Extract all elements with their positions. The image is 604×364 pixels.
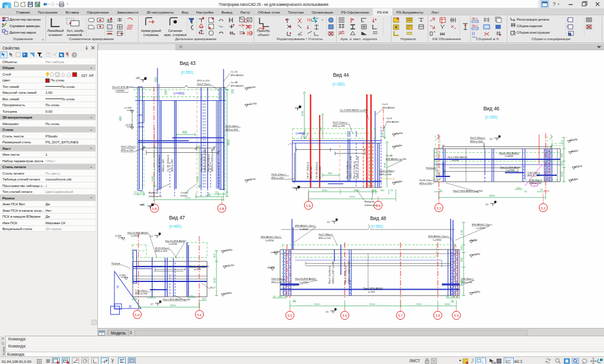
svg-text:1800: 1800 bbox=[353, 189, 359, 192]
svg-text:Вид 43: Вид 43 bbox=[179, 60, 195, 66]
svg-text:5.1: 5.1 bbox=[436, 206, 441, 210]
svg-text:Выпуски: Выпуски bbox=[365, 200, 375, 203]
svg-text:Арматурный: Арматурный bbox=[141, 28, 162, 32]
svg-text:3400: 3400 bbox=[170, 304, 176, 307]
svg-text:15: 15 bbox=[485, 203, 488, 206]
svg-text:230: 230 bbox=[164, 90, 168, 95]
svg-text:Поз.26 Ø16 А500С: Поз.26 Ø16 А500С bbox=[295, 277, 316, 280]
svg-text:5.9: 5.9 bbox=[454, 314, 459, 317]
svg-text:Ø15 А500С: Ø15 А500С bbox=[231, 84, 244, 87]
svg-text:Вид 47: Вид 47 bbox=[169, 215, 185, 221]
svg-text:(t=350): (t=350) bbox=[333, 82, 345, 87]
svg-text:Ø16 ш.110: Ø16 ш.110 bbox=[155, 250, 168, 252]
svg-text:3х12: 3х12 bbox=[544, 189, 550, 192]
svg-text:50: 50 bbox=[439, 189, 442, 192]
svg-text:Ø16 ш.100: Ø16 ш.100 bbox=[225, 128, 238, 131]
svg-text:3750: 3750 bbox=[349, 195, 355, 198]
svg-text:Ø16 А500С: Ø16 А500С bbox=[382, 106, 395, 109]
svg-text:Поз.38 (2х3шт.): Поз.38 (2х3шт.) bbox=[207, 154, 210, 172]
svg-text:55: 55 bbox=[134, 191, 137, 194]
svg-text:элемента: элемента bbox=[67, 32, 83, 37]
svg-text:Сн-16 (2х3шт.): Сн-16 (2х3шт.) bbox=[166, 155, 169, 172]
svg-text:Поз.38 (2х3шт.): Поз.38 (2х3шт.) bbox=[200, 154, 203, 172]
svg-text:L=3030: L=3030 bbox=[477, 227, 485, 229]
svg-text:5.В: 5.В bbox=[219, 207, 224, 211]
svg-text:Пч11 (4шт.): Пч11 (4шт.) bbox=[225, 124, 239, 127]
svg-text:объект: объект bbox=[258, 32, 270, 37]
svg-text:Ø25 ш.200: Ø25 ш.200 bbox=[310, 166, 313, 179]
svg-text:Ø16 А500С (2шт.): Ø16 А500С (2шт.) bbox=[472, 223, 493, 226]
svg-text:L=3600: L=3600 bbox=[300, 228, 308, 231]
svg-text:15: 15 bbox=[490, 137, 493, 140]
svg-text:Ø16 ш.100: Ø16 ш.100 bbox=[319, 237, 331, 240]
svg-text:1245: 1245 bbox=[321, 189, 327, 192]
svg-text:240: 240 bbox=[278, 295, 283, 298]
svg-text:Пч17 (12шт.): Пч17 (12шт.) bbox=[333, 121, 347, 124]
svg-text:5.Б: 5.Б bbox=[306, 204, 311, 208]
svg-text:400: 400 bbox=[202, 297, 206, 300]
svg-text:350: 350 bbox=[560, 161, 563, 166]
svg-text:900: 900 bbox=[182, 130, 188, 134]
svg-text:ш.200: ш.200 bbox=[452, 159, 459, 162]
svg-text:Сборный ж.б.: Сборный ж.б. bbox=[476, 37, 500, 41]
svg-text:Пч11 (2х8шт.): Пч11 (2х8шт.) bbox=[379, 169, 395, 172]
svg-text:2600: 2600 bbox=[383, 162, 386, 168]
svg-text:Поз.41 Ø16 А500С: Поз.41 Ø16 А500С bbox=[112, 86, 134, 88]
svg-text:Ø16 А500С (5шт.): Ø16 А500С (5шт.) bbox=[261, 235, 281, 238]
svg-text:Ø25 ш.200: Ø25 ш.200 bbox=[319, 166, 321, 179]
svg-text:250: 250 bbox=[560, 140, 563, 145]
svg-text:Пч6 (8шт.): Пч6 (8шт.) bbox=[461, 277, 473, 280]
svg-text:м1:1: м1:1 bbox=[514, 359, 523, 363]
svg-text:5.Б: 5.Б bbox=[152, 207, 157, 211]
svg-text:(т=300): (т=300) bbox=[173, 91, 185, 95]
svg-text:Пч17 (91шт.): Пч17 (91шт.) bbox=[470, 136, 485, 139]
svg-text:1300: 1300 bbox=[196, 176, 199, 182]
svg-text:Линейный: Линейный bbox=[47, 28, 64, 32]
svg-text:Пч1(ась): Пч1(ась) bbox=[426, 166, 436, 169]
svg-text:5.К: 5.К bbox=[197, 313, 202, 317]
svg-text:Пч17 (89шт.): Пч17 (89шт.) bbox=[319, 233, 333, 236]
svg-text:6900: 6900 bbox=[489, 194, 495, 197]
svg-text:5.И: 5.И bbox=[135, 313, 140, 317]
svg-text:Сп-17: Сп-17 bbox=[340, 109, 347, 112]
svg-text:3100: 3100 bbox=[314, 303, 320, 306]
svg-text:2Ø16 L=2660 ш.200: 2Ø16 L=2660 ш.200 bbox=[347, 261, 350, 284]
svg-text:750: 750 bbox=[319, 127, 322, 132]
svg-text:Пч11 (13шт.): Пч11 (13шт.) bbox=[271, 173, 286, 176]
svg-text:Сн-15: Сн-15 bbox=[231, 70, 238, 73]
svg-text:Ø25 А500С ш.200: Ø25 А500С ш.200 bbox=[347, 109, 367, 112]
svg-text:L=1250: L=1250 bbox=[169, 242, 178, 245]
svg-text:?: ? bbox=[73, 53, 76, 57]
svg-text:Ø16 ш.205: Ø16 ш.205 bbox=[529, 182, 541, 185]
svg-text:Ø16 ш.100: Ø16 ш.100 bbox=[379, 173, 392, 176]
svg-text:тсб: тсб bbox=[140, 204, 145, 206]
svg-text:1250: 1250 bbox=[560, 171, 563, 177]
svg-text:Ø16 ш.200: Ø16 ш.200 bbox=[527, 174, 540, 177]
svg-text:Кома...: Кома... bbox=[2, 343, 5, 355]
svg-text:Сн-15 (2х3шт.): Сн-15 (2х3шт.) bbox=[157, 155, 160, 172]
svg-text:55: 55 bbox=[457, 295, 460, 298]
svg-text:80: 80 bbox=[447, 295, 449, 298]
svg-text:Ø16 А500С: Ø16 А500С bbox=[231, 74, 244, 77]
svg-text:2Ø16 L=2027 ш.300: 2Ø16 L=2027 ш.300 bbox=[331, 261, 334, 284]
svg-text:Пч11 (25шт.): Пч11 (25шт.) bbox=[121, 145, 136, 148]
svg-text:тсб: тсб bbox=[136, 77, 140, 80]
svg-text:3100: 3100 bbox=[369, 303, 375, 306]
svg-text:Поз.2 (2х45шт.): Поз.2 (2х45шт.) bbox=[344, 266, 347, 284]
svg-text:50: 50 bbox=[451, 299, 454, 302]
svg-text:1440: 1440 bbox=[205, 194, 211, 196]
svg-text:(показ.усл.): (показ.усл.) bbox=[149, 195, 162, 198]
svg-text:Ø16 ш.200: Ø16 ш.200 bbox=[271, 176, 284, 179]
svg-text:элемент: элемент bbox=[48, 32, 63, 37]
svg-text:Вид 46: Вид 46 bbox=[483, 106, 499, 112]
svg-text:Сборка конструкции: Сборка конструкции bbox=[517, 30, 550, 34]
svg-text:Y: Y bbox=[116, 284, 119, 290]
svg-text:55: 55 bbox=[390, 189, 393, 192]
svg-text:55: 55 bbox=[273, 295, 276, 298]
svg-text:Поз.2 (2х44шт.): Поз.2 (2х44шт.) bbox=[328, 266, 331, 284]
svg-text:100: 100 bbox=[460, 257, 463, 262]
svg-text:Вид 44: Вид 44 bbox=[333, 72, 349, 78]
svg-text:15: 15 bbox=[327, 221, 330, 224]
svg-text:уст. по месту: уст. по месту bbox=[380, 177, 395, 180]
svg-text:5.В: 5.В bbox=[376, 204, 380, 208]
